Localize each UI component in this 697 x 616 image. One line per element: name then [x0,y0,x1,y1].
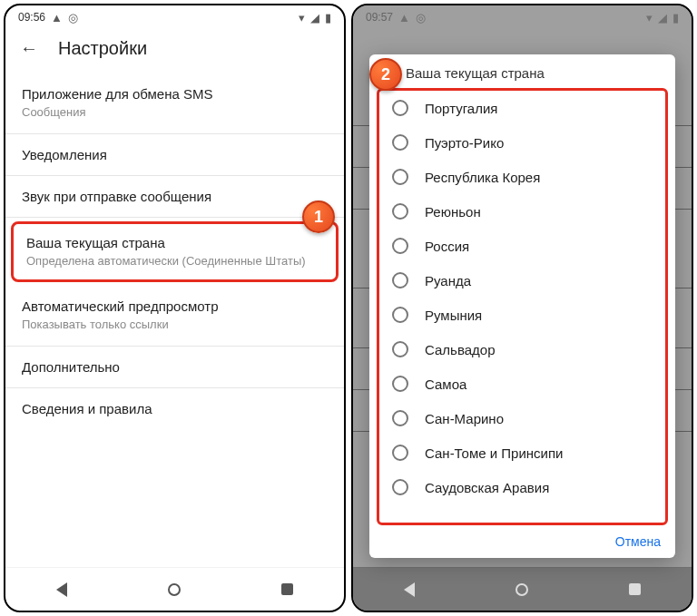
nav-bar [353,567,692,611]
radio-icon [392,134,408,151]
option-portugal[interactable]: Португалия [379,91,665,125]
phone-left-settings: 09:56 ▲ ◎ ▾ ◢ ▮ ← Настройки Приложение д… [4,4,346,612]
settings-list: Приложение для обмена SMS Сообщения Увед… [5,73,344,567]
row-auto-preview[interactable]: Автоматический предпросмотр Показывать т… [5,286,344,347]
row-notifications[interactable]: Уведомления [5,134,344,176]
row-about[interactable]: Сведения и правила [5,388,344,429]
signal-icon: ◢ [310,11,319,24]
radio-icon [392,272,408,288]
option-saudi-arabia[interactable]: Саудовская Аравия [379,470,665,504]
option-russia[interactable]: Россия [379,229,665,263]
row-sms-app[interactable]: Приложение для обмена SMS Сообщения [5,73,344,134]
option-korea[interactable]: Республика Корея [379,160,665,194]
row-current-country[interactable]: Ваша текущая страна Определена автоматич… [11,221,339,283]
country-options-highlight: Португалия Пуэрто-Рико Республика Корея … [377,88,668,525]
radio-icon [392,341,408,357]
option-rwanda[interactable]: Руанда [379,263,665,298]
back-icon[interactable]: ← [20,38,38,59]
nav-bar [5,567,344,611]
radio-icon [392,376,408,392]
step-badge-1: 1 [302,200,335,233]
nav-home-icon[interactable] [515,583,528,596]
nav-back-icon[interactable] [404,582,415,597]
option-puerto-rico[interactable]: Пуэрто-Рико [379,125,665,160]
option-reunion[interactable]: Реюньон [379,194,665,229]
clock: 09:56 [18,11,45,24]
app-bar: ← Настройки [5,29,344,73]
option-sao-tome[interactable]: Сан-Томе и Принсипи [379,435,665,470]
option-san-marino[interactable]: Сан-Марино [379,401,665,435]
radio-icon [392,238,408,254]
option-samoa[interactable]: Самоа [379,367,665,401]
option-romania[interactable]: Румыния [379,298,665,332]
no-sim-icon: ◎ [68,11,78,24]
country-dialog: Ваша текущая страна Португалия Пуэрто-Ри… [369,54,675,558]
radio-icon [392,169,408,185]
radio-icon [392,203,408,220]
step-badge-2: 2 [369,58,402,91]
phone-right-dialog: 09:57 ▲ ◎ ▾ ◢ ▮ ПриСоо Уве Звук ВашОпрШт… [351,4,693,612]
nav-home-icon[interactable] [168,583,181,596]
radio-icon [392,479,408,495]
nav-recent-icon[interactable] [281,583,293,595]
radio-icon [392,307,408,323]
radio-icon [392,445,408,461]
row-send-sound[interactable]: Звук при отправке сообщения [5,176,344,218]
dialog-actions: Отмена [369,527,675,558]
battery-icon: ▮ [325,11,331,24]
warning-icon: ▲ [51,11,63,24]
cancel-button[interactable]: Отмена [615,534,661,549]
radio-icon [392,100,408,116]
radio-icon [392,410,408,426]
page-title: Настройки [58,38,147,59]
status-bar: 09:56 ▲ ◎ ▾ ◢ ▮ [5,5,344,29]
option-salvador[interactable]: Сальвадор [379,332,665,367]
row-advanced[interactable]: Дополнительно [5,347,344,388]
wifi-icon: ▾ [299,11,305,24]
nav-back-icon[interactable] [56,582,67,597]
dialog-title: Ваша текущая страна [369,54,675,88]
nav-recent-icon[interactable] [629,583,641,595]
